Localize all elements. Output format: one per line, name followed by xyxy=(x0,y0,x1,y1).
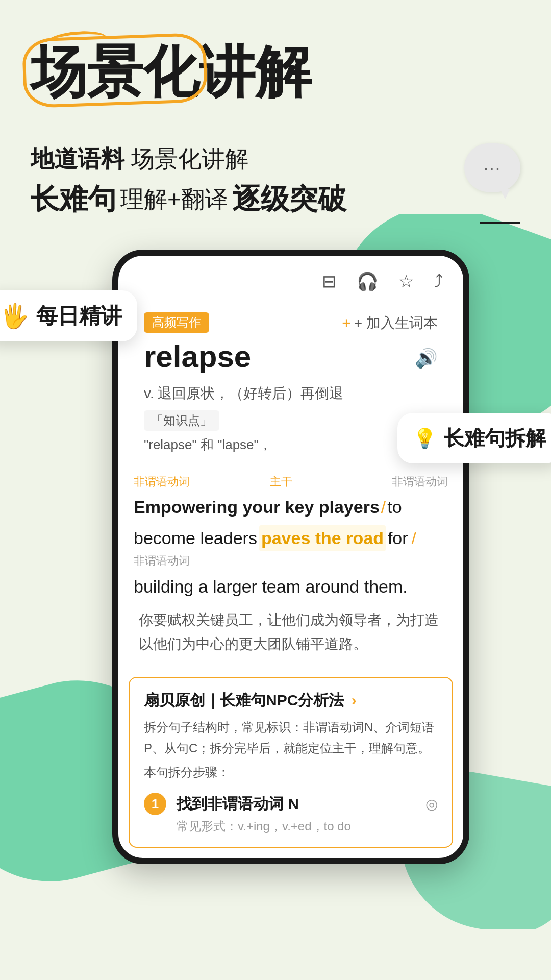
grammar-label-2: 主干 xyxy=(270,474,292,489)
headphones-icon[interactable]: 🎧 xyxy=(357,271,378,291)
sentence-label: 长难句拆解 xyxy=(444,424,546,452)
sentence-line3: building a larger team around them. xyxy=(134,574,448,600)
plus-icon: + xyxy=(342,314,351,332)
subtitle-area: 地道语料 场景化讲解 长难句 理解+翻译 逐级突破 ··· xyxy=(0,143,551,219)
chat-bubble: ··· xyxy=(464,143,520,192)
method-desc1: 拆分句子结构时，常见标识：非谓语动词N、介词短语P、从句C；拆分完毕后，就能定位… xyxy=(144,717,438,759)
add-vocab-btn[interactable]: + + 加入生词本 xyxy=(342,313,438,338)
title-highlight: 场景化 xyxy=(31,41,199,103)
float-card-daily: 🖐 每日精讲 xyxy=(0,290,137,341)
method-card[interactable]: 扇贝原创｜长难句NPC分析法 › 拆分句子结构时，常见标识：非谓语动词N、介词短… xyxy=(129,677,453,848)
header: 场景化 讲解 xyxy=(0,0,551,123)
underline-decoration xyxy=(480,222,520,224)
translation: 你要赋权关键员工，让他们成为领导者，为打造以他们为中心的更大团队铺平道路。 xyxy=(134,608,448,656)
add-vocab-text: + 加入生词本 xyxy=(354,313,438,333)
grammar-label-non-row: 非谓语动词 xyxy=(134,553,448,569)
word-tag: 高频写作 xyxy=(144,312,209,333)
subtitle1-bold: 地道语料 xyxy=(31,145,124,172)
sent-part1: Empowering your key players xyxy=(134,494,380,520)
word-definition: v. 退回原状，（好转后）再倒退 xyxy=(144,382,438,405)
float-card-sentence: 💡 长难句拆解 xyxy=(397,413,551,463)
sentence-line1: Empowering your key players / to xyxy=(134,494,448,520)
grammar-label-1: 非谓语动词 xyxy=(134,474,190,489)
sentence-line2: become leaders paves the road for / xyxy=(134,525,448,551)
step-subtext-1: 常见形式：v.+ing，v.+ed，to do xyxy=(144,818,438,835)
slash2: / xyxy=(412,525,416,551)
grammar-label-3: 非谓语动词 xyxy=(392,474,448,489)
word-main: relapse xyxy=(144,339,251,374)
step-1: 1 找到非谓语动词 N ◎ xyxy=(144,793,438,815)
slash1: / xyxy=(381,494,386,520)
chat-dots: ··· xyxy=(484,158,501,178)
step-icon-1: ◎ xyxy=(425,796,438,813)
main-title: 场景化 讲解 xyxy=(31,41,520,103)
star-icon[interactable]: ☆ xyxy=(398,271,414,291)
lightbulb-emoji: 💡 xyxy=(413,427,437,450)
phone-topbar: ⊟ 🎧 ☆ ⤴ xyxy=(118,256,463,302)
sent-to: to xyxy=(387,494,402,520)
method-title-text: 扇贝原创｜长难句NPC分析法 xyxy=(144,692,344,708)
step-num-1: 1 xyxy=(144,793,166,815)
method-title: 扇贝原创｜长难句NPC分析法 › xyxy=(144,690,438,711)
title-rest: 讲解 xyxy=(199,41,311,103)
subtitle2-suffix: 逐级突破 xyxy=(232,180,346,219)
sent-highlight: paves the road xyxy=(259,525,386,551)
sent-part2: become leaders xyxy=(134,525,257,551)
subtitle2-bold: 长难句 xyxy=(31,180,116,219)
subtitle-line2: 长难句 理解+翻译 逐级突破 xyxy=(31,180,520,219)
subtitle-line1: 地道语料 场景化讲解 xyxy=(31,143,520,175)
share-icon[interactable]: ⤴ xyxy=(434,272,443,291)
step-text-1: 找到非谓语动词 N xyxy=(177,794,299,815)
sentence-section: 非谓语动词 主干 非谓语动词 Empowering your key playe… xyxy=(118,464,463,667)
speaker-icon[interactable]: 🔊 xyxy=(415,348,438,369)
hand-emoji: 🖐 xyxy=(0,302,29,330)
word-note: 「知识点」 xyxy=(144,410,219,431)
daily-label: 每日精讲 xyxy=(36,302,122,330)
phone-frame: ⊟ 🎧 ☆ ⤴ 高频写作 + + 加入生词本 relapse 🔊 v. 退回原状… xyxy=(112,250,469,864)
sent-for: for xyxy=(388,525,408,551)
subtitle2-regular: 理解+翻译 xyxy=(120,184,228,215)
method-desc2: 本句拆分步骤： xyxy=(144,762,438,783)
grammar-labels-row: 非谓语动词 主干 非谓语动词 xyxy=(134,474,448,492)
method-arrow: › xyxy=(352,692,357,708)
grammar-label-non: 非谓语动词 xyxy=(134,554,190,567)
subtitle1-rest: 场景化讲解 xyxy=(131,145,248,172)
dictionary-icon[interactable]: ⊟ xyxy=(322,271,336,291)
sent-part3: building a larger team around them. xyxy=(134,574,408,600)
phone-area: 🖐 每日精讲 💡 长难句拆解 ⊟ 🎧 ☆ ⤴ 高频写作 + + 加入生词本 r xyxy=(0,250,551,864)
word-example: "relapse" 和 "lapse"， xyxy=(144,436,438,454)
